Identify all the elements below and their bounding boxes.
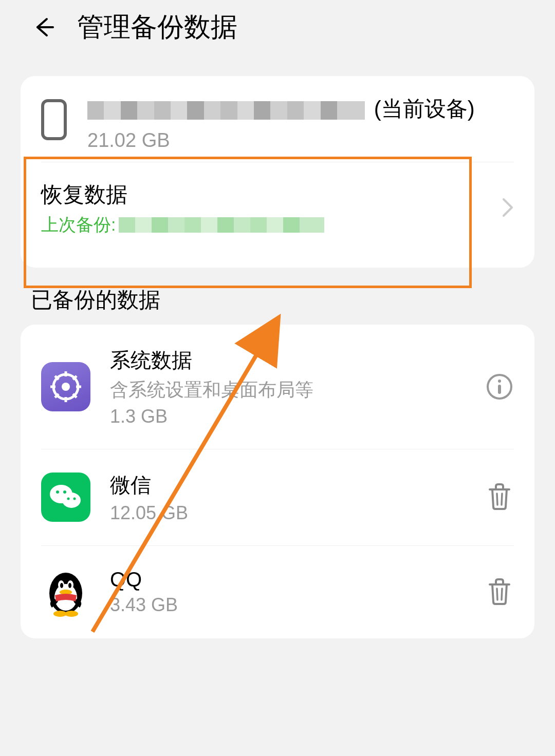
svg-point-27 xyxy=(60,583,63,588)
device-backup-card: (当前设备) 21.02 GB 恢复数据 上次备份: xyxy=(21,76,534,268)
svg-line-33 xyxy=(502,589,502,600)
device-icon xyxy=(41,99,67,142)
device-name: (当前设备) xyxy=(87,94,509,124)
restore-title: 恢复数据 xyxy=(41,180,327,209)
back-button[interactable] xyxy=(31,14,57,40)
svg-line-32 xyxy=(497,589,497,600)
app-size: 12.05 GB xyxy=(110,502,466,524)
app-size: 3.43 GB xyxy=(110,594,466,616)
redacted-last-backup-time xyxy=(119,217,324,233)
header-bar: 管理备份数据 xyxy=(0,0,555,61)
qq-icon xyxy=(41,568,90,617)
svg-rect-1 xyxy=(64,110,67,117)
app-size: 1.3 GB xyxy=(110,406,466,427)
svg-point-13 xyxy=(498,380,501,383)
svg-point-3 xyxy=(62,383,70,391)
app-name: 系统数据 xyxy=(110,346,466,374)
svg-rect-14 xyxy=(498,385,501,394)
backed-up-apps-card: 系统数据 含系统设置和桌面布局等 1.3 GB 微信 xyxy=(21,325,534,638)
delete-button[interactable] xyxy=(485,483,514,512)
app-name: QQ xyxy=(110,568,466,591)
app-name: 微信 xyxy=(110,471,466,499)
svg-point-20 xyxy=(73,498,76,500)
arrow-left-icon xyxy=(32,16,55,39)
app-desc: 含系统设置和桌面布局等 xyxy=(110,377,466,403)
section-backed-up-title: 已备份的数据 xyxy=(31,286,524,314)
info-button[interactable] xyxy=(485,372,514,401)
app-row-system[interactable]: 系统数据 含系统设置和桌面布局等 1.3 GB xyxy=(41,325,514,449)
svg-point-17 xyxy=(56,490,59,494)
last-backup-label: 上次备份: xyxy=(41,213,116,237)
device-row[interactable]: (当前设备) 21.02 GB xyxy=(41,94,514,152)
chevron-right-icon xyxy=(502,197,514,220)
svg-point-31 xyxy=(65,611,78,617)
last-backup-line: 上次备份: xyxy=(41,213,327,237)
app-row-wechat[interactable]: 微信 12.05 GB xyxy=(41,449,514,545)
svg-rect-0 xyxy=(43,101,65,139)
svg-point-19 xyxy=(67,498,70,500)
svg-point-16 xyxy=(62,493,81,508)
info-icon xyxy=(486,373,513,400)
device-backup-size: 21.02 GB xyxy=(87,129,509,152)
page-title: 管理备份数据 xyxy=(77,9,237,45)
trash-icon xyxy=(487,483,512,511)
restore-data-row[interactable]: 恢复数据 上次备份: xyxy=(41,162,514,252)
svg-point-18 xyxy=(63,490,66,494)
gear-icon xyxy=(41,362,90,411)
wechat-icon xyxy=(41,472,90,522)
trash-icon xyxy=(487,578,512,606)
redacted-device-name xyxy=(87,101,365,120)
svg-line-21 xyxy=(497,494,497,505)
svg-point-28 xyxy=(68,583,71,588)
app-row-qq[interactable]: QQ 3.43 GB xyxy=(41,545,514,638)
delete-button[interactable] xyxy=(485,578,514,607)
svg-line-22 xyxy=(502,494,502,505)
